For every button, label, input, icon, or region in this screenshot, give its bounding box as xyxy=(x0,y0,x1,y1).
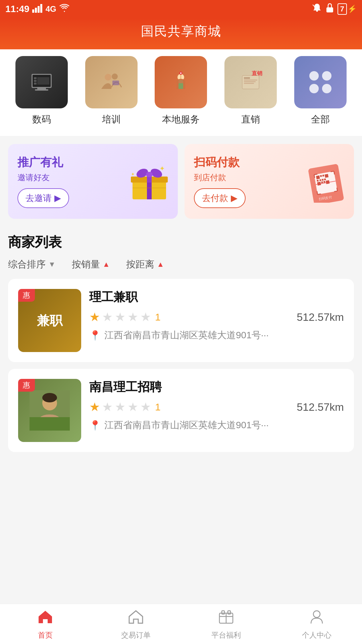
status-time: 11:49 xyxy=(5,4,30,14)
svg-rect-33 xyxy=(147,177,152,183)
svg-point-15 xyxy=(112,73,118,80)
merchant-2-stars: ★ ★ ★ ★ ★ 1 xyxy=(89,400,161,414)
svg-line-4 xyxy=(313,5,315,7)
star-4: ★ xyxy=(127,310,138,324)
svg-rect-13 xyxy=(37,77,49,85)
sort-distance[interactable]: 按距离 ▲ xyxy=(126,258,164,271)
category-local-icon xyxy=(155,56,207,108)
svg-rect-37 xyxy=(133,188,166,188)
battery-icon: 7 ⚡ xyxy=(338,3,357,15)
lock-icon xyxy=(325,3,334,15)
star-3: ★ xyxy=(115,400,125,414)
svg-rect-60 xyxy=(30,417,70,431)
merchant-2-img-wrap: 惠 xyxy=(18,379,81,442)
svg-rect-3 xyxy=(40,4,42,13)
svg-rect-45 xyxy=(322,175,324,177)
star-4: ★ xyxy=(127,400,138,414)
svg-rect-50 xyxy=(324,178,326,180)
location-icon-1: 📍 xyxy=(89,330,101,341)
merchant-section-title: 商家列表 xyxy=(8,233,354,251)
merchant-1-distance: 512.57km xyxy=(297,311,344,324)
category-all[interactable]: 全部 xyxy=(294,56,347,126)
category-direct-icon: 直销 xyxy=(224,56,277,108)
category-local[interactable]: 本地服务 xyxy=(155,56,207,126)
status-bar: 11:49 4G xyxy=(0,0,362,18)
category-local-label: 本地服务 xyxy=(162,113,200,126)
svg-rect-49 xyxy=(322,179,324,181)
nav-orders[interactable]: 交易订单 xyxy=(91,604,181,644)
merchant-1-badge: 惠 xyxy=(18,289,35,302)
star-5: ★ xyxy=(140,310,151,324)
merchant-1-rating-count: 1 xyxy=(155,311,161,323)
star-1: ★ xyxy=(89,310,100,324)
svg-rect-46 xyxy=(325,174,329,178)
nav-orders-label: 交易订单 xyxy=(121,630,151,640)
svg-rect-48 xyxy=(319,179,321,181)
nav-benefits-label: 平台福利 xyxy=(211,630,241,640)
gift-icon: ✦ ✦ xyxy=(127,159,171,204)
merchant-1-stars: ★ ★ ★ ★ ★ 1 xyxy=(89,310,161,324)
svg-rect-5 xyxy=(326,7,333,12)
category-digital-icon xyxy=(15,56,68,108)
profile-icon xyxy=(308,608,325,628)
orders-icon xyxy=(127,608,144,628)
merchant-2-distance: 512.57km xyxy=(297,401,344,413)
nav-profile-label: 个人中心 xyxy=(302,630,331,640)
bell-icon xyxy=(312,3,322,15)
svg-point-66 xyxy=(313,611,320,617)
svg-rect-53 xyxy=(323,181,325,183)
svg-rect-24 xyxy=(244,77,250,79)
merchant-2-address-row: 📍 江西省南昌市青山湖区英雄大道901号··· xyxy=(89,419,344,432)
promo-invite-button[interactable]: 去邀请 ▶ xyxy=(17,188,69,208)
category-row: 数码 培训 xyxy=(0,56,362,126)
svg-point-59 xyxy=(42,393,57,402)
svg-rect-11 xyxy=(34,80,37,82)
sort-row: 综合排序 ▼ 按销量 ▲ 按距离 ▲ xyxy=(8,258,354,271)
category-direct[interactable]: 直销 直销 xyxy=(224,56,277,126)
merchant-section: 商家列表 综合排序 ▼ 按销量 ▲ 按距离 ▲ 兼职 惠 理工兼职 xyxy=(0,222,362,465)
sort-sales-label: 按销量 xyxy=(72,258,100,271)
svg-rect-27 xyxy=(244,83,254,84)
svg-rect-52 xyxy=(321,181,323,183)
status-left: 11:49 4G xyxy=(5,3,70,15)
svg-rect-1 xyxy=(35,8,37,13)
category-training[interactable]: 培训 xyxy=(85,56,138,126)
category-direct-label: 直销 xyxy=(241,113,260,126)
sort-sales-arrow: ▲ xyxy=(103,260,110,269)
wifi-icon xyxy=(59,3,70,15)
svg-rect-65 xyxy=(228,611,230,614)
nav-profile[interactable]: 个人中心 xyxy=(271,604,362,644)
svg-rect-19 xyxy=(178,80,183,83)
merchant-2-rating-count: 1 xyxy=(155,401,161,413)
merchant-1-address-row: 📍 江西省南昌市青山湖区英雄大道901号··· xyxy=(89,329,344,342)
merchant-2-name: 南昌理工招聘 xyxy=(89,379,344,395)
merchant-2-address: 江西省南昌市青山湖区英雄大道901号··· xyxy=(104,419,269,432)
svg-rect-12 xyxy=(34,83,37,85)
promo-pay-button[interactable]: 去付款 ▶ xyxy=(194,188,246,208)
star-1: ★ xyxy=(89,400,100,414)
star-2: ★ xyxy=(102,400,113,414)
svg-text:直销: 直销 xyxy=(252,70,262,76)
merchant-card-2[interactable]: 惠 南昌理工招聘 ★ ★ ★ ★ ★ 1 512.57km 📍 江西省南昌市青山… xyxy=(8,369,354,452)
promo-pay-card[interactable]: 扫码付款 到店付款 去付款 ▶ xyxy=(185,144,354,219)
sort-sales[interactable]: 按销量 ▲ xyxy=(72,258,110,271)
merchant-1-img-wrap: 兼职 惠 xyxy=(18,289,81,352)
bottom-nav: 首页 交易订单 平台福利 个人中心 xyxy=(0,604,362,644)
merchant-card-1[interactable]: 兼职 惠 理工兼职 ★ ★ ★ ★ ★ 1 512.57km 📍 江西省南昌 xyxy=(8,279,354,362)
svg-rect-9 xyxy=(35,89,48,91)
svg-text:✦: ✦ xyxy=(131,171,135,177)
merchant-1-rating-row: ★ ★ ★ ★ ★ 1 512.57km xyxy=(89,310,344,324)
nav-home-label: 首页 xyxy=(38,630,53,640)
sort-comprehensive[interactable]: 综合排序 ▼ xyxy=(8,258,56,271)
category-section: 数码 培训 xyxy=(0,49,362,136)
category-digital[interactable]: 数码 xyxy=(15,56,68,126)
svg-rect-25 xyxy=(244,80,257,81)
nav-benefits[interactable]: 平台福利 xyxy=(181,604,272,644)
promo-invite-card[interactable]: 推广有礼 邀请好友 去邀请 ▶ xyxy=(8,144,178,219)
svg-rect-10 xyxy=(34,77,37,79)
nav-home[interactable]: 首页 xyxy=(0,604,91,644)
benefits-icon xyxy=(218,608,235,628)
merchant-1-address: 江西省南昌市青山湖区英雄大道901号··· xyxy=(104,329,269,342)
svg-rect-0 xyxy=(32,9,34,13)
network-type: 4G xyxy=(46,4,56,14)
